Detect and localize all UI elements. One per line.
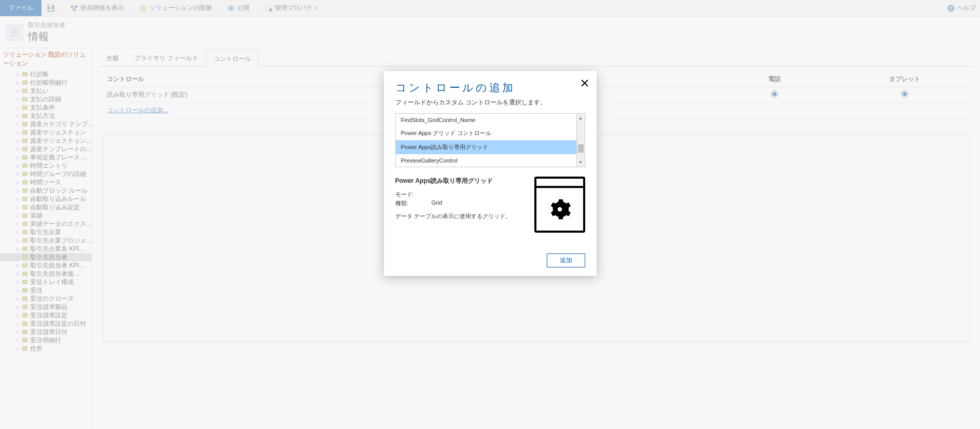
dialog-subtitle: フィールドからカスタム コントロールを選択します。 xyxy=(395,98,585,107)
close-icon xyxy=(581,79,588,87)
dialog-add-button[interactable]: 追加 xyxy=(547,253,585,267)
modal-overlay: コントロールの追加 フィールドからカスタム コントロールを選択します。 Find… xyxy=(0,0,980,429)
control-list-item[interactable]: FindSlots_GridControl_Name xyxy=(396,114,585,126)
control-detail-title: Power Apps読み取り専用グリッド xyxy=(395,177,524,185)
mode-key: モード: xyxy=(395,191,432,198)
control-list-item[interactable]: Power Apps グリッド コントロール xyxy=(396,126,585,140)
control-list-item[interactable]: PreviewGalleryControl xyxy=(396,154,585,167)
dialog-close-button[interactable] xyxy=(581,78,588,89)
control-description: データ テーブルの表示に使用するグリッド。 xyxy=(395,212,524,220)
scroll-up-icon[interactable]: ▲ xyxy=(577,114,585,123)
type-value: Grid xyxy=(432,199,443,207)
scroll-thumb[interactable] xyxy=(578,144,584,153)
control-list-item[interactable]: Power Apps読み取り専用グリッド xyxy=(396,140,585,154)
control-list-scrollbar[interactable]: ▲ ▼ xyxy=(576,113,585,167)
dialog-title: コントロールの追加 xyxy=(395,81,585,95)
scroll-down-icon[interactable]: ▼ xyxy=(577,158,585,167)
control-list[interactable]: FindSlots_GridControl_NamePower Apps グリッ… xyxy=(395,113,585,167)
svg-point-52 xyxy=(557,207,561,211)
add-control-dialog: コントロールの追加 フィールドからカスタム コントロールを選択します。 Find… xyxy=(384,71,597,276)
gear-icon xyxy=(548,197,572,221)
control-preview xyxy=(534,177,585,233)
type-key: 種類: xyxy=(395,199,432,207)
